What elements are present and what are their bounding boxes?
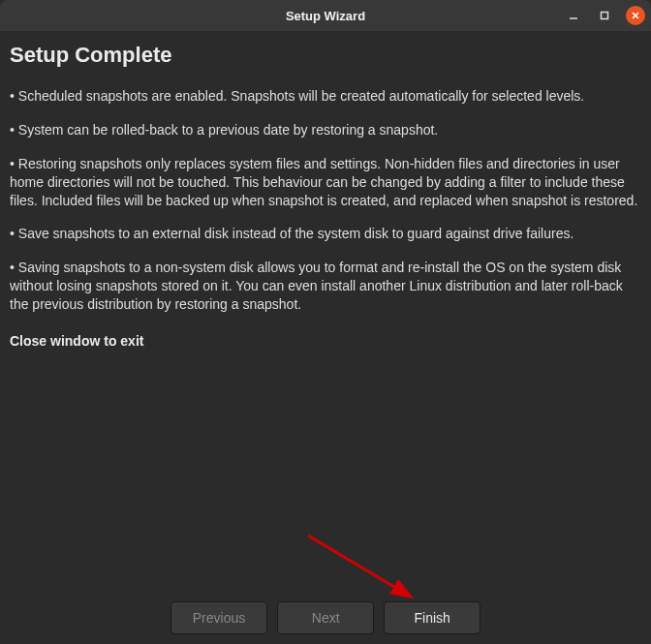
- close-button[interactable]: [626, 6, 645, 25]
- maximize-button[interactable]: [595, 6, 614, 25]
- finish-button[interactable]: Finish: [384, 601, 480, 634]
- next-button: Next: [277, 601, 374, 634]
- titlebar: Setup Wizard: [0, 0, 651, 31]
- window-title: Setup Wizard: [286, 9, 365, 23]
- page-heading: Setup Complete: [10, 43, 641, 68]
- exit-instruction: Close window to exit: [10, 333, 641, 349]
- setup-wizard-window: Setup Wizard Setup Complete • Scheduled …: [0, 0, 651, 644]
- window-controls: [564, 6, 645, 25]
- bullet-item: • System can be rolled-back to a previou…: [10, 121, 641, 139]
- wizard-button-row: Previous Next Finish: [0, 594, 651, 644]
- bullet-item: • Restoring snapshots only replaces syst…: [10, 155, 641, 210]
- bullet-item: • Saving snapshots to a non-system disk …: [10, 259, 641, 314]
- body-text: • Scheduled snapshots are enabled. Snaps…: [10, 87, 641, 329]
- minimize-button[interactable]: [564, 6, 583, 25]
- previous-button: Previous: [170, 601, 267, 634]
- bullet-item: • Save snapshots to an external disk ins…: [10, 225, 641, 243]
- bullet-item: • Scheduled snapshots are enabled. Snaps…: [10, 87, 641, 106]
- content-area: Setup Complete • Scheduled snapshots are…: [0, 31, 651, 594]
- svg-rect-1: [602, 13, 608, 19]
